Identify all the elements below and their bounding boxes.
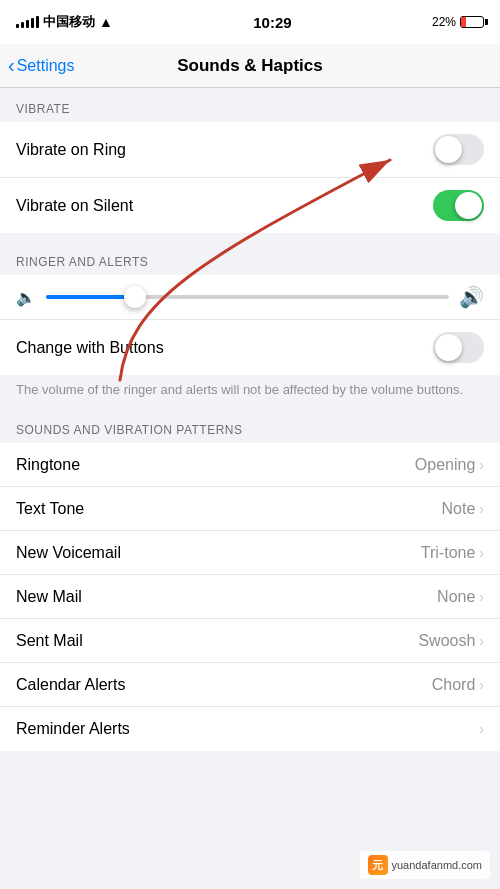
status-bar: 中国移动 ▲ 10:29 22% (0, 0, 500, 44)
back-label: Settings (17, 57, 75, 75)
back-chevron-icon: ‹ (8, 55, 15, 75)
battery-icon (460, 16, 484, 28)
ringer-group: 🔈 🔊 Change with Buttons (0, 275, 500, 375)
new-mail-label: New Mail (16, 588, 82, 606)
ringtone-row[interactable]: Ringtone Opening › (0, 443, 500, 487)
new-voicemail-value: Tri-tone › (421, 544, 484, 562)
change-buttons-toggle[interactable] (433, 332, 484, 363)
change-buttons-label: Change with Buttons (16, 339, 164, 357)
nav-bar: ‹ Settings Sounds & Haptics (0, 44, 500, 88)
new-voicemail-row[interactable]: New Voicemail Tri-tone › (0, 531, 500, 575)
watermark: 元 yuandafanmd.com (360, 851, 491, 879)
sent-mail-value: Swoosh › (418, 632, 484, 650)
status-left: 中国移动 ▲ (16, 13, 113, 31)
vibrate-silent-knob (455, 192, 482, 219)
vibrate-silent-toggle[interactable] (433, 190, 484, 221)
vibrate-group: Vibrate on Ring Vibrate on Silent (0, 122, 500, 233)
ringtone-chevron-icon: › (479, 457, 484, 473)
text-tone-value: Note › (442, 500, 484, 518)
volume-high-icon: 🔊 (459, 285, 484, 309)
text-tone-label: Text Tone (16, 500, 84, 518)
sent-mail-current: Swoosh (418, 632, 475, 650)
slider-thumb[interactable] (124, 286, 146, 308)
ringtone-label: Ringtone (16, 456, 80, 474)
text-tone-chevron-icon: › (479, 501, 484, 517)
watermark-logo: 元 (368, 855, 388, 875)
sent-mail-chevron-icon: › (479, 633, 484, 649)
vibrate-ring-row: Vibrate on Ring (0, 122, 500, 178)
volume-slider-track[interactable] (46, 295, 449, 299)
section-header-vibrate: VIBRATE (0, 88, 500, 122)
volume-low-icon: 🔈 (16, 288, 36, 307)
ringer-info-text: The volume of the ringer and alerts will… (0, 375, 500, 409)
signal-bars (16, 16, 39, 28)
vibrate-silent-row: Vibrate on Silent (0, 178, 500, 233)
calendar-alerts-chevron-icon: › (479, 677, 484, 693)
new-mail-value: None › (437, 588, 484, 606)
vibrate-ring-knob (435, 136, 462, 163)
text-tone-current: Note (442, 500, 476, 518)
calendar-alerts-value: Chord › (432, 676, 484, 694)
sounds-group: Ringtone Opening › Text Tone Note › New … (0, 443, 500, 751)
change-buttons-row: Change with Buttons (0, 320, 500, 375)
new-mail-current: None (437, 588, 475, 606)
reminder-alerts-row[interactable]: Reminder Alerts › (0, 707, 500, 751)
carrier-label: 中国移动 (43, 13, 95, 31)
page-title: Sounds & Haptics (177, 56, 322, 76)
sent-mail-label: Sent Mail (16, 632, 83, 650)
calendar-alerts-current: Chord (432, 676, 476, 694)
reminder-alerts-label: Reminder Alerts (16, 720, 130, 738)
change-buttons-knob (435, 334, 462, 361)
section-header-ringer: RINGER AND ALERTS (0, 241, 500, 275)
vibrate-silent-label: Vibrate on Silent (16, 197, 133, 215)
reminder-alerts-chevron-icon: › (479, 721, 484, 737)
status-right: 22% (432, 15, 484, 29)
calendar-alerts-label: Calendar Alerts (16, 676, 125, 694)
wifi-icon: ▲ (99, 14, 113, 30)
watermark-text: yuandafanmd.com (392, 859, 483, 871)
ringtone-current: Opening (415, 456, 476, 474)
ringtone-value: Opening › (415, 456, 484, 474)
time-display: 10:29 (253, 14, 291, 31)
reminder-alerts-value: › (475, 721, 484, 737)
new-mail-row[interactable]: New Mail None › (0, 575, 500, 619)
new-voicemail-current: Tri-tone (421, 544, 476, 562)
battery-percent: 22% (432, 15, 456, 29)
back-button[interactable]: ‹ Settings (8, 56, 74, 75)
text-tone-row[interactable]: Text Tone Note › (0, 487, 500, 531)
new-voicemail-chevron-icon: › (479, 545, 484, 561)
calendar-alerts-row[interactable]: Calendar Alerts Chord › (0, 663, 500, 707)
new-voicemail-label: New Voicemail (16, 544, 121, 562)
sent-mail-row[interactable]: Sent Mail Swoosh › (0, 619, 500, 663)
section-header-sounds: SOUNDS AND VIBRATION PATTERNS (0, 409, 500, 443)
volume-row: 🔈 🔊 (0, 275, 500, 320)
slider-fill (46, 295, 135, 299)
new-mail-chevron-icon: › (479, 589, 484, 605)
vibrate-ring-toggle[interactable] (433, 134, 484, 165)
vibrate-ring-label: Vibrate on Ring (16, 141, 126, 159)
